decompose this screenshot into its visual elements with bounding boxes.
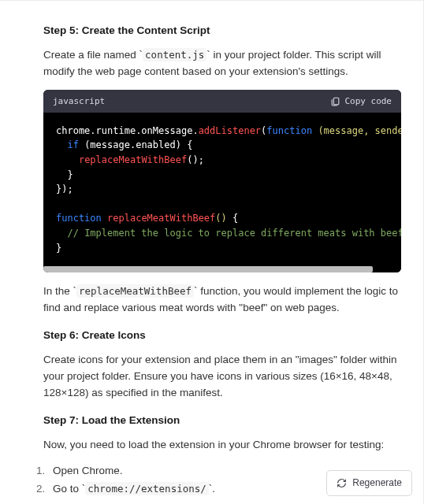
- code-block: javascript Copy code chrome.runtime.onMe…: [43, 90, 401, 272]
- svg-rect-0: [334, 98, 340, 105]
- regenerate-label: Regenerate: [352, 476, 402, 491]
- step5-outro-pre: In the: [43, 285, 73, 297]
- code-language-label: javascript: [53, 94, 105, 108]
- refresh-icon: [337, 478, 347, 488]
- list-item-text: Go to `chrome://extensions/`.: [53, 482, 215, 495]
- step5-outro-code: replaceMeatWithBeef: [76, 284, 194, 298]
- code-scrollbar-track[interactable]: [43, 266, 401, 272]
- step7-title: Step 7: Load the Extension: [43, 413, 401, 429]
- code-body[interactable]: chrome.runtime.onMessage.addListener(fun…: [43, 113, 401, 266]
- step7-intro: Now, you need to load the extension in y…: [43, 437, 401, 454]
- step5-title: Step 5: Create the Content Script: [43, 23, 401, 39]
- step5-intro: Create a file named `content.js` in your…: [43, 47, 401, 80]
- step5-intro-pre: Create a file named: [43, 49, 139, 61]
- regenerate-button[interactable]: Regenerate: [326, 470, 412, 496]
- list-item-text: Open Chrome.: [53, 465, 123, 476]
- step6-title: Step 6: Create Icons: [43, 328, 401, 344]
- clipboard-icon: [330, 96, 340, 106]
- step5-intro-code: content.js: [143, 48, 206, 61]
- list-item: Enable "Developer mode" in the top-right…: [48, 500, 401, 504]
- step5-outro: In the `replaceMeatWithBeef` function, y…: [43, 284, 401, 317]
- code-scrollbar-thumb[interactable]: [43, 266, 373, 272]
- copy-code-button[interactable]: Copy code: [330, 94, 392, 108]
- copy-code-label: Copy code: [344, 94, 392, 108]
- code-header: javascript Copy code: [43, 90, 401, 113]
- inline-code: chrome://extensions/: [85, 482, 209, 495]
- step6-body: Create icons for your extension and plac…: [43, 352, 401, 402]
